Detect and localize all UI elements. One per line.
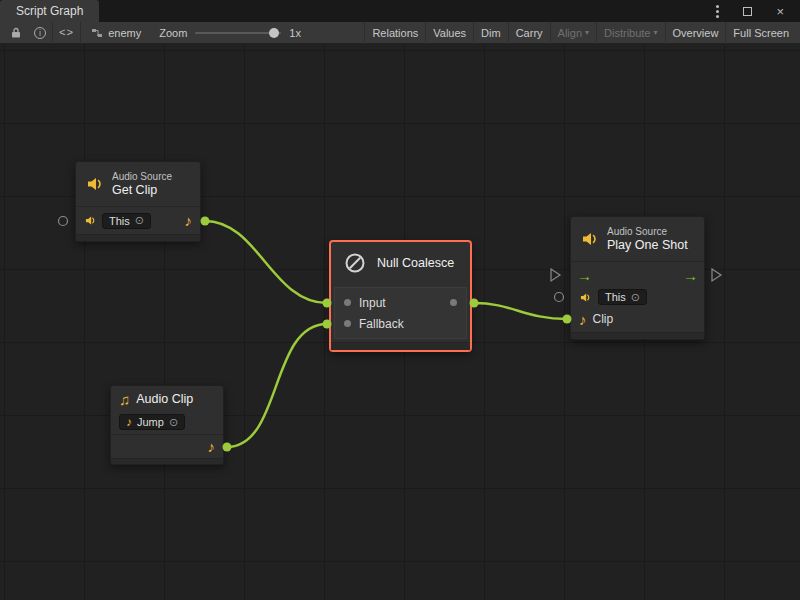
close-icon[interactable]: × [770, 0, 790, 22]
value-row: ♪ Jump ⊙ [111, 410, 223, 434]
window-tab-bar: Script Graph × [0, 0, 800, 22]
node-category: Audio Source [112, 171, 172, 183]
flow-out-port-triangle[interactable] [712, 269, 721, 281]
chevron-down-icon: ▾ [654, 29, 658, 37]
node-play-one-shot[interactable]: Audio Source Play One Shot → → This ⊙ [570, 216, 705, 340]
lock-icon[interactable] [4, 22, 28, 44]
wire-endpoint[interactable] [201, 217, 210, 226]
node-port-row: This ⊙ ♪ [76, 206, 200, 234]
node-title: Audio Clip [136, 392, 193, 407]
graph-canvas[interactable]: Audio Source Get Clip This ⊙ ♪ [0, 44, 800, 600]
maximize-icon[interactable] [737, 0, 758, 22]
node-get-clip[interactable]: Audio Source Get Clip This ⊙ ♪ [75, 161, 201, 242]
zoom-control: Zoom 1x [151, 27, 309, 39]
flow-port-row: → → [571, 264, 704, 286]
node-ports: Input Fallback [334, 287, 467, 339]
tab-script-graph[interactable]: Script Graph [0, 0, 99, 22]
object-picker-icon[interactable]: ⊙ [169, 417, 178, 428]
null-coalesce-icon [343, 251, 367, 275]
node-footer [76, 234, 200, 241]
carry-button[interactable]: Carry [508, 22, 550, 44]
unconnected-target-port[interactable] [555, 293, 564, 302]
node-category: Audio Source [607, 226, 688, 238]
node-header: Null Coalesce [331, 242, 470, 284]
object-picker-icon[interactable]: ⊙ [135, 215, 144, 226]
port-row-fallback: Fallback [335, 313, 466, 334]
overview-button[interactable]: Overview [665, 22, 726, 44]
result-port[interactable] [450, 299, 457, 306]
unconnected-target-port[interactable] [59, 217, 68, 226]
node-title: Get Clip [112, 183, 172, 198]
node-footer [331, 342, 470, 350]
target-object-picker[interactable]: This ⊙ [598, 289, 647, 305]
values-button[interactable]: Values [425, 22, 473, 44]
node-footer [111, 458, 223, 464]
audio-source-icon [580, 229, 600, 249]
fallback-port[interactable] [344, 320, 351, 327]
node-header: Audio Source Play One Shot [571, 217, 704, 261]
node-header: ♫ Audio Clip [111, 386, 223, 410]
tab-title: Script Graph [16, 4, 83, 18]
port-row-input: Input [335, 292, 466, 313]
port-label: Fallback [359, 317, 442, 331]
target-object-picker[interactable]: This ⊙ [102, 213, 151, 229]
audio-clip-output-icon: ♪ [208, 439, 216, 454]
flow-in-arrow-icon[interactable]: → [577, 268, 592, 283]
zoom-value: 1x [289, 27, 301, 39]
audio-clip-input-icon: ♪ [579, 312, 587, 327]
zoom-slider[interactable] [195, 32, 281, 34]
align-button[interactable]: Align ▾ [550, 22, 596, 44]
graph-breadcrumb[interactable]: enemy [81, 27, 151, 39]
object-picker-icon[interactable]: ⊙ [631, 292, 640, 303]
port-label: Input [359, 296, 442, 310]
flow-out-arrow-icon[interactable]: → [683, 268, 698, 283]
node-null-coalesce[interactable]: Null Coalesce Input Fallback [330, 241, 471, 351]
wire-getclip-to-input[interactable] [205, 221, 327, 303]
port-label: Clip [593, 312, 697, 326]
audio-clip-output-icon: ♪ [185, 213, 193, 228]
zoom-slider-handle[interactable] [269, 28, 279, 38]
input-port[interactable] [344, 299, 351, 306]
graph-toolbar: i <> enemy Zoom 1x Relations Values Dim … [0, 22, 800, 44]
dim-button[interactable]: Dim [473, 22, 508, 44]
target-value: This [605, 291, 626, 303]
clip-object-picker[interactable]: ♪ Jump ⊙ [119, 414, 185, 430]
node-audio-clip[interactable]: ♫ Audio Clip ♪ Jump ⊙ ♪ [110, 385, 224, 465]
audio-source-icon [84, 214, 97, 227]
flow-in-port-triangle[interactable] [551, 269, 560, 281]
node-title: Play One Shot [607, 238, 688, 253]
edit-code-icon[interactable]: <> [53, 22, 80, 44]
toolbar-buttons: Relations Values Dim Carry Align ▾ Distr… [364, 22, 796, 44]
full-screen-button[interactable]: Full Screen [725, 22, 796, 44]
menu-icon[interactable] [710, 0, 725, 22]
node-title: Null Coalesce [377, 256, 454, 271]
audio-source-icon [579, 291, 592, 304]
distribute-button[interactable]: Distribute ▾ [596, 22, 664, 44]
clip-port-row: ♪ Clip [571, 308, 704, 330]
chevron-down-icon: ▾ [585, 29, 589, 37]
relations-button[interactable]: Relations [364, 22, 425, 44]
node-header: Audio Source Get Clip [76, 162, 200, 206]
output-port-row: ♪ [111, 434, 223, 458]
info-icon[interactable]: i [28, 22, 52, 44]
window-controls: × [710, 0, 800, 22]
target-port-row: This ⊙ [571, 286, 704, 308]
audio-source-icon [85, 174, 105, 194]
wire-result-to-clip[interactable] [474, 303, 567, 319]
script-graph-asset-icon [91, 27, 103, 39]
wire-audioclip-to-fallback[interactable] [227, 324, 327, 447]
graph-name-label: enemy [108, 27, 141, 39]
zoom-label: Zoom [159, 27, 187, 39]
audio-clip-icon: ♪ [126, 416, 132, 428]
target-value: This [109, 215, 130, 227]
node-footer [571, 332, 704, 339]
audio-clip-icon: ♫ [119, 392, 130, 407]
node-ports: → → This ⊙ ♪ Clip [571, 261, 704, 332]
clip-value: Jump [137, 416, 164, 428]
